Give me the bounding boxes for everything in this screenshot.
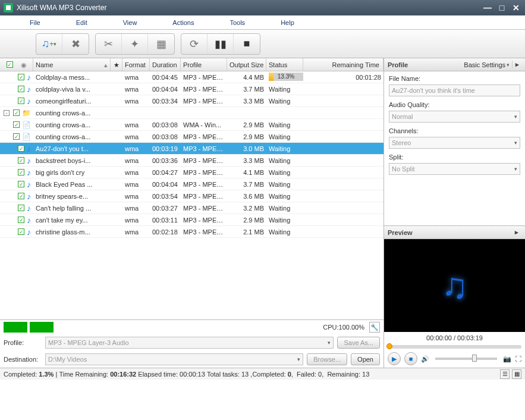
music-icon: ♪ (27, 73, 31, 82)
close-button[interactable]: ✕ (511, 3, 521, 12)
open-button[interactable]: Open (351, 353, 380, 365)
menu-file[interactable]: File (12, 15, 58, 29)
menu-edit[interactable]: Edit (58, 15, 105, 29)
table-row[interactable]: ✓♪Can't help falling ...wma00:03:27MP3 -… (0, 202, 383, 214)
table-row[interactable]: ✓📄counting crows-a...wma00:03:08WMA - Wi… (0, 119, 383, 131)
row-checkbox[interactable]: ✓ (18, 157, 24, 164)
music-icon: ♪ (27, 203, 31, 213)
music-icon: ♪ (27, 192, 31, 201)
row-checkbox[interactable]: ✓ (13, 133, 20, 140)
channels-label: Channels: (389, 127, 520, 134)
convert-button[interactable]: ⟳ (181, 34, 208, 54)
audio-quality-select[interactable]: Normal▾ (389, 111, 520, 123)
folder-icon: 📁 (22, 109, 31, 117)
row-checkbox[interactable]: ✓ (18, 217, 24, 223)
col-duration[interactable]: Duration (150, 58, 181, 71)
table-row[interactable]: ✓♪Coldplay-a mess...wma00:04:45MP3 - MPE… (0, 71, 383, 83)
row-checkbox[interactable]: ✓ (18, 228, 24, 235)
row-checkbox[interactable]: ✓ (18, 205, 24, 211)
cpu-core1-graph (4, 322, 27, 333)
document-icon: 📄 (22, 133, 31, 141)
split-label: Split: (389, 153, 520, 161)
destination-label: Destination: (4, 356, 42, 363)
menu-help[interactable]: Help (263, 15, 312, 29)
row-checkbox[interactable]: ✓ (13, 121, 20, 128)
row-checkbox[interactable]: ✓ (18, 74, 24, 80)
col-name[interactable]: Name▴ (33, 58, 111, 71)
maximize-button[interactable]: □ (496, 3, 507, 12)
filename-label: File Name: (389, 75, 520, 82)
row-checkbox[interactable]: ✓ (18, 86, 24, 92)
table-row[interactable]: ✓♪Au27-don't you t...wma00:03:19MP3 - MP… (0, 143, 383, 155)
filename-input[interactable] (389, 84, 520, 96)
basic-settings-link[interactable]: Basic Settings ▾ (464, 61, 510, 68)
fullscreen-button[interactable]: ⛶ (515, 355, 521, 362)
thumb-view-button[interactable]: ▦ (512, 369, 521, 379)
col-star[interactable]: ★ (111, 58, 122, 71)
tree-toggle[interactable]: - (4, 110, 10, 116)
col-status[interactable]: Status (266, 58, 303, 71)
browse-button[interactable]: Browse... (307, 353, 347, 365)
table-row[interactable]: ✓📄counting crows-a...wma00:03:08MP3 - MP… (0, 131, 383, 143)
row-checkbox[interactable]: ✓ (18, 169, 24, 175)
snapshot-button[interactable]: 📷 (503, 355, 511, 363)
row-checkbox[interactable]: ✓ (18, 181, 24, 187)
table-row[interactable]: ✓♪comeongirlfeaturi...wma00:03:34MP3 - M… (0, 95, 383, 107)
music-icon: ♪ (27, 156, 31, 165)
player-stop-button[interactable]: ■ (404, 352, 417, 365)
music-icon: ♪ (27, 84, 31, 94)
col-remain[interactable]: Remaining Time (303, 58, 383, 71)
save-as-button[interactable]: Save As... (337, 337, 380, 349)
split-select[interactable]: No Split▾ (389, 163, 520, 175)
music-icon: ♪ (27, 227, 31, 237)
menu-actions[interactable]: Actions (155, 15, 212, 29)
pause-button[interactable]: ▮▮ (208, 34, 234, 54)
list-view-button[interactable]: ☰ (500, 369, 510, 379)
cpu-config-button[interactable]: 🔧 (369, 322, 380, 333)
add-file-button[interactable]: ♫+▾ (36, 34, 62, 54)
table-row[interactable]: ✓♪coldplay-viva la v...wma00:04:04MP3 - … (0, 83, 383, 95)
preview-title: Preview (388, 229, 413, 236)
profile-select[interactable]: MP3 - MPEG Layer-3 Audio▾ (45, 337, 334, 349)
row-checkbox[interactable]: ✓ (18, 98, 24, 104)
col-output[interactable]: Output Size (227, 58, 266, 71)
file-list[interactable]: ✓♪Coldplay-a mess...wma00:04:45MP3 - MPE… (0, 71, 383, 319)
table-row[interactable]: ✓♪can't take my ey...wma00:03:11MP3 - MP… (0, 214, 383, 226)
clip-button[interactable]: ▦ (148, 34, 174, 54)
channels-select[interactable]: Stereo▾ (389, 137, 520, 149)
list-header: ✓◉ Name▴ ★ Format Duration Profile Outpu… (0, 58, 383, 71)
table-row[interactable]: ✓♪big girls don't crywma00:04:27MP3 - MP… (0, 167, 383, 178)
cpu-core2-graph (30, 322, 54, 333)
volume-icon[interactable]: 🔊 (421, 355, 429, 363)
table-row[interactable]: ✓♪Black Eyed Peas ...wma00:04:04MP3 - MP… (0, 178, 383, 190)
col-profile[interactable]: Profile (181, 58, 227, 71)
play-button[interactable]: ▶ (388, 352, 401, 365)
expand-profile-button[interactable]: ▸ (512, 61, 521, 68)
app-logo-icon (4, 3, 13, 12)
table-row[interactable]: ✓♪christine glass-m...wma00:02:18MP3 - M… (0, 226, 383, 238)
expand-preview-button[interactable]: ▸ (512, 228, 521, 236)
volume-slider[interactable] (435, 358, 497, 360)
effects-button[interactable]: ✦ (122, 34, 148, 54)
minimize-button[interactable]: — (482, 3, 493, 12)
table-row[interactable]: ✓♪britney spears-e...wma00:03:54MP3 - MP… (0, 190, 383, 202)
menu-tools[interactable]: Tools (212, 15, 263, 29)
stop-button[interactable]: ■ (234, 34, 260, 54)
menu-view[interactable]: View (105, 15, 155, 29)
window-title: Xilisoft WMA MP3 Converter (17, 4, 482, 12)
toolbar: ♫+▾ ✖ ✂ ✦ ▦ ⟳ ▮▮ ■ (0, 30, 525, 58)
row-checkbox[interactable]: ✓ (13, 109, 20, 116)
row-checkbox[interactable]: ✓ (18, 145, 24, 152)
music-icon: ♪ (27, 168, 31, 177)
remove-button[interactable]: ✖ (62, 34, 89, 54)
check-all[interactable]: ✓ (7, 61, 13, 68)
row-checkbox[interactable]: ✓ (18, 193, 24, 199)
seek-bar[interactable] (388, 345, 521, 349)
music-icon: ♪ (27, 215, 31, 225)
table-row[interactable]: ✓♪backstreet boys-i...wma00:03:36MP3 - M… (0, 155, 383, 167)
table-row[interactable]: -✓📁counting crows-a... (0, 107, 383, 119)
cut-button[interactable]: ✂ (96, 34, 122, 54)
profile-panel-title: Profile (388, 61, 408, 68)
col-format[interactable]: Format (122, 58, 150, 71)
destination-input[interactable]: D:\My Videos▾ (45, 353, 303, 365)
